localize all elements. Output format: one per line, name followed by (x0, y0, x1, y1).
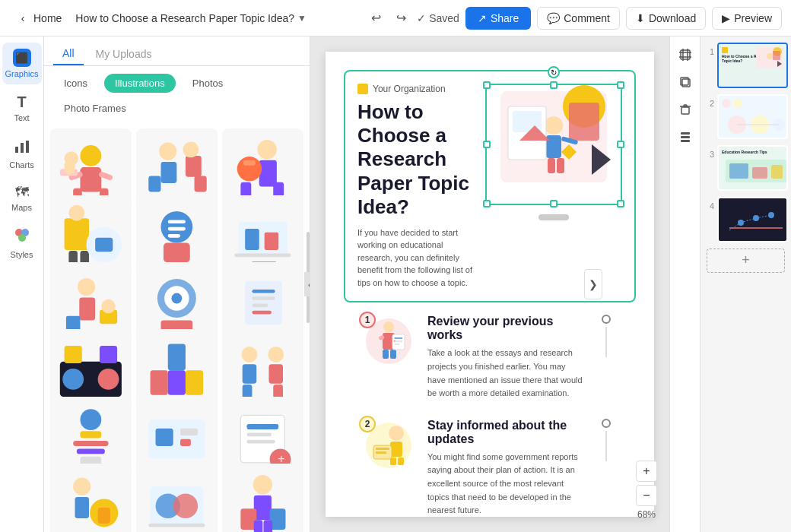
svg-rect-35 (168, 220, 186, 224)
download-button[interactable]: ⬇ Download (626, 7, 706, 30)
svg-rect-17 (186, 156, 202, 177)
main-layout: ⬛ Graphics T Text Charts 🗺 Maps Styles A… (0, 36, 791, 532)
slide-thumbnail-3[interactable]: Education Research Tips (717, 145, 788, 191)
svg-point-21 (258, 140, 277, 159)
svg-rect-149 (684, 105, 687, 106)
filter-photos[interactable]: Photos (182, 74, 233, 93)
svg-rect-2 (26, 141, 29, 153)
svg-rect-53 (253, 290, 275, 293)
svg-rect-36 (168, 227, 186, 231)
svg-rect-67 (243, 364, 257, 383)
svg-rect-37 (168, 234, 180, 238)
crop-button[interactable] (673, 43, 697, 67)
top-bar-actions: ↩ ↪ ✓ Saved ↗ Share 💬 Comment ⬇ Download… (367, 6, 782, 30)
add-icon: + (742, 252, 750, 268)
preview-button[interactable]: ▶ Preview (712, 7, 782, 30)
chevron-left-icon: ‹ (17, 12, 29, 24)
svg-rect-119 (383, 350, 389, 359)
home-label: Home (33, 12, 62, 24)
svg-rect-151 (681, 136, 690, 138)
chevron-down-icon[interactable]: ▼ (297, 13, 307, 24)
sidebar-item-maps[interactable]: 🗺 Maps (2, 179, 42, 218)
svg-rect-88 (75, 497, 90, 518)
slides-panel: 1 How to Choose a Research Paper Topic I… (700, 36, 791, 532)
list-item[interactable] (50, 464, 132, 532)
assets-tabs: All My Uploads (44, 36, 310, 66)
more-options-button[interactable] (673, 125, 697, 149)
svg-rect-108 (548, 158, 555, 173)
slide-thumbnail-2[interactable] (717, 94, 788, 140)
svg-rect-60 (65, 346, 82, 363)
redo-button[interactable]: ↪ (392, 6, 411, 30)
filter-pills: Icons Illustrations Photos Photo Frames (44, 66, 310, 125)
styles-label: Styles (11, 250, 33, 259)
svg-rect-0 (15, 147, 18, 153)
svg-rect-79 (180, 429, 198, 435)
svg-rect-42 (234, 254, 291, 258)
svg-point-66 (242, 347, 258, 363)
download-icon: ⬇ (636, 12, 645, 24)
slide-header-text: Your Organization How to Choose a Resear… (357, 84, 473, 289)
canvas-next-button[interactable]: ❯ (584, 269, 602, 299)
svg-rect-63 (151, 370, 168, 394)
home-button[interactable]: ‹ Home (9, 8, 69, 29)
doc-title-text[interactable]: How to Choose a Research Paper Topic Ide… (75, 12, 294, 24)
svg-rect-105 (546, 135, 561, 158)
svg-rect-90 (98, 508, 110, 524)
collapse-panel-button[interactable]: ❮ (304, 272, 310, 296)
svg-point-51 (172, 293, 183, 304)
slide-illustration[interactable]: ↻ (485, 84, 622, 205)
svg-rect-32 (95, 238, 113, 252)
filter-frames[interactable]: Photo Frames (53, 99, 137, 118)
copy-button[interactable] (673, 70, 697, 94)
slide-thumbnail-1[interactable]: How to Choose a Research Paper Topic Ide… (717, 43, 788, 88)
filter-illustrations[interactable]: Illustrations (104, 74, 176, 93)
svg-text:✗: ✗ (393, 339, 396, 343)
svg-rect-147 (681, 107, 689, 114)
svg-point-28 (69, 205, 85, 221)
svg-rect-132 (390, 458, 396, 465)
sidebar-item-graphics[interactable]: ⬛ Graphics (2, 43, 42, 84)
graphics-label: Graphics (5, 69, 38, 78)
sidebar-item-styles[interactable]: Styles (2, 221, 42, 265)
sidebar-item-charts[interactable]: Charts (2, 131, 42, 176)
rotate-handle[interactable]: ↻ (548, 66, 560, 78)
comment-icon: 💬 (547, 12, 560, 24)
svg-rect-39 (245, 229, 259, 250)
svg-point-127 (389, 426, 404, 441)
zoom-out-button[interactable]: − (636, 485, 657, 506)
org-dot (357, 84, 368, 94)
delete-button[interactable] (673, 97, 697, 122)
svg-rect-64 (186, 370, 203, 394)
doc-title-area: How to Choose a Research Paper Topic Ide… (75, 12, 361, 24)
svg-rect-65 (168, 370, 186, 394)
share-button[interactable]: ↗ Share (465, 7, 531, 30)
svg-rect-100 (264, 520, 273, 532)
zoom-in-button[interactable]: + (636, 461, 657, 482)
svg-rect-22 (259, 160, 277, 187)
undo-button[interactable]: ↩ (367, 6, 386, 30)
svg-rect-54 (253, 297, 275, 301)
svg-rect-40 (265, 233, 279, 250)
svg-rect-109 (557, 158, 564, 173)
sidebar-icons: ⬛ Graphics T Text Charts 🗺 Maps Styles (0, 36, 44, 532)
tab-all[interactable]: All (53, 43, 84, 65)
svg-point-6 (81, 145, 102, 166)
list-item[interactable] (136, 464, 218, 532)
canvas-area: Your Organization How to Choose a Resear… (310, 36, 700, 532)
slide-thumbnail-4[interactable] (717, 197, 788, 242)
info-item-1: ✓ ✗ 1 Review your previous works Take a … (362, 315, 618, 400)
share-icon: ↗ (478, 12, 487, 24)
comment-button[interactable]: 💬 Comment (537, 7, 620, 30)
svg-point-43 (78, 278, 95, 296)
sidebar-item-text[interactable]: T Text (2, 87, 42, 128)
canvas-scroll[interactable]: Your Organization How to Choose a Resear… (310, 36, 669, 532)
tab-uploads[interactable]: My Uploads (87, 43, 161, 65)
slide-thumb-wrapper-3: 3 Education Research Tips (704, 145, 788, 191)
svg-rect-56 (253, 311, 272, 315)
add-slide-button[interactable]: + (707, 249, 785, 273)
list-item[interactable] (222, 464, 303, 532)
filter-icons[interactable]: Icons (53, 74, 98, 93)
preview-icon: ▶ (722, 12, 730, 24)
move-handle-bar[interactable] (538, 214, 569, 220)
